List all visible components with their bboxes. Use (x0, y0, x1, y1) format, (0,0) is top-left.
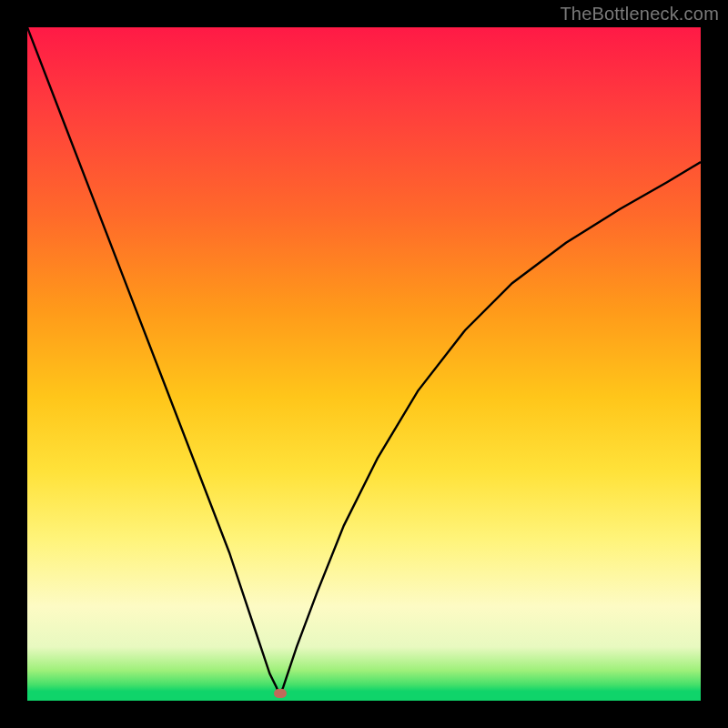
bottleneck-marker (274, 689, 287, 698)
chart-frame: TheBottleneck.com (0, 0, 728, 728)
watermark-text: TheBottleneck.com (560, 4, 719, 25)
curve-path (27, 27, 701, 695)
bottleneck-curve (27, 27, 701, 701)
plot-area (27, 27, 701, 701)
